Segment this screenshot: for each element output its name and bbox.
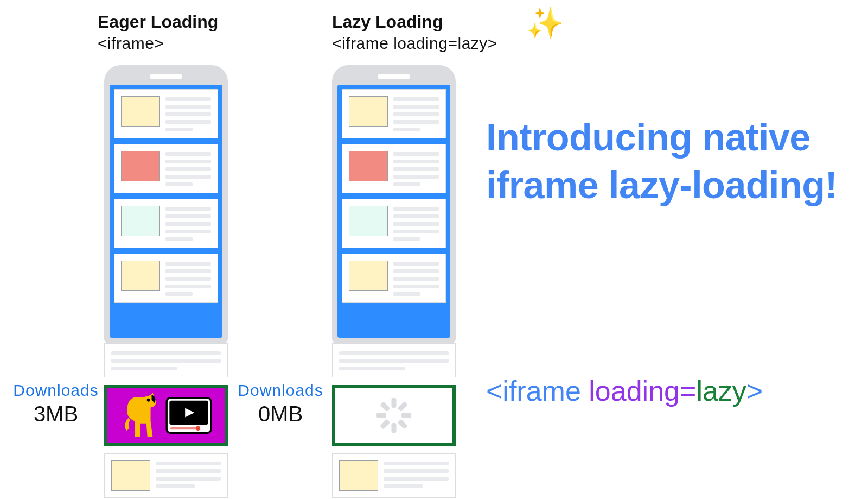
downloads-label: Downloads [234,381,327,400]
text-lines [384,460,449,491]
column-title: Eager Loading [98,12,218,32]
column-header-eager: Eager Loading <iframe> [98,12,218,53]
text-lines [165,151,211,186]
thumbnail-icon [349,151,388,181]
thumbnail-icon [349,96,388,127]
thumbnail-icon [121,96,160,127]
downloads-label: Downloads [10,381,102,400]
video-player-icon [165,397,212,434]
phone-screen [110,85,222,338]
text-lines [393,96,439,131]
svg-rect-3 [170,427,198,429]
text-lines [156,460,221,491]
list-item [342,199,446,248]
thumbnail-icon [349,261,388,291]
headline: Introducing native iframe lazy-loading! [486,114,844,209]
code-tag: <iframe [486,375,589,407]
text-lines [393,261,439,296]
text-lines [165,206,211,241]
svg-point-0 [147,399,150,402]
overflow-content-lazy [332,343,456,498]
phone-eager [104,65,228,343]
list-item [332,453,456,498]
phone-speaker [150,74,182,79]
list-item [342,89,446,138]
column-header-lazy: Lazy Loading <iframe loading=lazy> [332,12,497,53]
thumbnail-icon [121,261,160,291]
text-lines [393,206,439,241]
downloads-lazy: Downloads 0MB [234,381,327,426]
loading-spinner-icon [376,398,411,433]
text-lines [111,350,221,370]
list-item [104,453,228,498]
thumbnail-icon [121,151,160,181]
code-value: lazy [696,375,746,407]
column-subtitle: <iframe> [98,34,218,53]
list-item [114,199,218,248]
thumbnail-icon [121,206,160,236]
list-item [332,343,456,377]
downloads-value: 0MB [234,402,327,426]
list-item [114,89,218,138]
overflow-content-eager [104,343,228,498]
code-sample: <iframe loading=lazy> [486,375,763,407]
thumbnail-icon [111,460,150,491]
column-subtitle: <iframe loading=lazy> [332,34,497,53]
code-close: > [746,375,763,407]
iframe-loaded [104,385,228,446]
downloads-value: 3MB [10,402,102,426]
diagram: Eager Loading <iframe> Lazy Loading <ifr… [0,0,868,499]
list-item [342,144,446,193]
phone-speaker [378,74,410,79]
dog-icon [120,391,162,439]
list-item [114,144,218,193]
text-lines [339,350,449,370]
phone-screen [337,85,450,338]
text-lines [393,151,439,186]
thumbnail-icon [339,460,378,491]
list-item [342,254,446,303]
list-item [104,343,228,377]
sparkles-icon: ✨ [526,5,564,41]
iframe-placeholder [332,385,456,446]
text-lines [165,261,211,296]
phone-lazy [332,65,456,343]
text-lines [165,96,211,131]
column-title: Lazy Loading [332,12,497,32]
downloads-eager: Downloads 3MB [10,381,102,426]
list-item [114,254,218,303]
code-attr: loading= [589,375,696,407]
svg-point-4 [196,426,201,431]
thumbnail-icon [349,206,388,236]
